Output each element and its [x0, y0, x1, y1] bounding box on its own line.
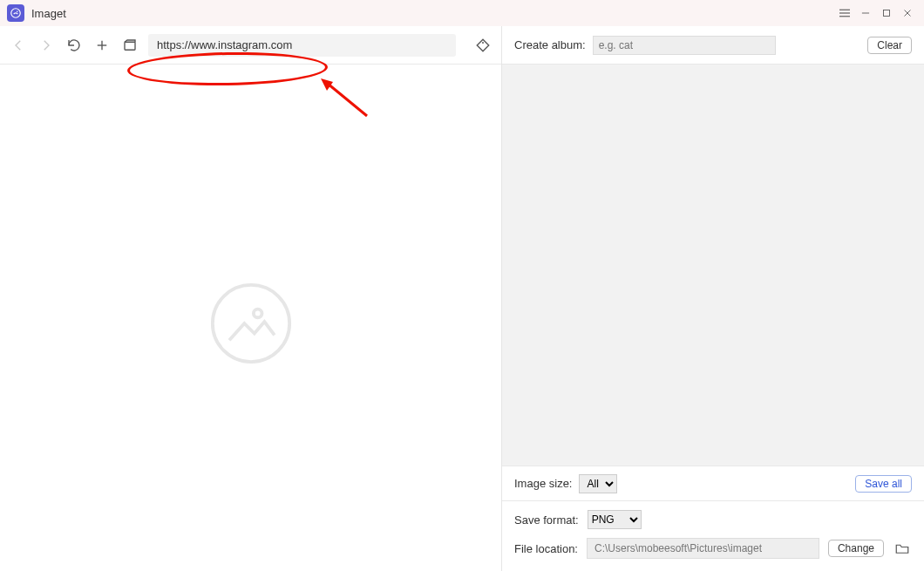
svg-rect-6: [884, 10, 890, 17]
browser-pane: [0, 26, 502, 571]
svg-point-16: [253, 309, 262, 317]
app-title: Imaget: [31, 7, 66, 20]
side-panel: Create album: Clear Image size: All Save…: [502, 26, 924, 571]
clear-button[interactable]: Clear: [867, 37, 912, 54]
address-bar[interactable]: [148, 34, 456, 57]
app-icon: [7, 4, 24, 22]
empty-image-placeholder-icon: [209, 282, 293, 365]
save-format-select[interactable]: PNG: [588, 510, 642, 529]
file-location-label: File location:: [514, 542, 578, 555]
save-all-button[interactable]: Save all: [855, 475, 912, 493]
save-format-label: Save format:: [514, 513, 579, 527]
album-name-input[interactable]: [593, 36, 776, 55]
hamburger-icon[interactable]: [835, 3, 854, 23]
browser-toolbar: [0, 26, 501, 65]
reload-button[interactable]: [65, 36, 84, 55]
back-button[interactable]: [9, 36, 28, 55]
svg-line-13: [328, 84, 367, 116]
create-album-label: Create album:: [514, 38, 586, 51]
close-button[interactable]: [898, 3, 917, 23]
change-location-button[interactable]: Change: [828, 540, 884, 557]
new-tab-button[interactable]: [92, 36, 112, 55]
save-settings: Save format: PNG File location: Change: [502, 500, 924, 571]
image-size-label: Image size:: [514, 477, 572, 490]
svg-marker-14: [321, 78, 333, 91]
address-input[interactable]: [157, 38, 447, 51]
svg-point-15: [212, 284, 289, 361]
svg-point-12: [482, 42, 484, 44]
main-area: Create album: Clear Image size: All Save…: [0, 26, 924, 571]
forward-button[interactable]: [37, 36, 56, 55]
annotation-arrow: [319, 77, 371, 120]
image-size-row: Image size: All Save all: [502, 466, 924, 500]
svg-point-1: [17, 10, 18, 12]
image-size-select[interactable]: All: [579, 474, 617, 493]
file-location-input[interactable]: [587, 538, 819, 559]
thumbnails-area: [502, 65, 924, 466]
album-row: Create album: Clear: [502, 26, 924, 65]
title-bar: Imaget: [0, 0, 924, 26]
open-folder-icon[interactable]: [893, 539, 912, 558]
minimize-button[interactable]: [856, 3, 875, 23]
svg-rect-11: [125, 42, 135, 50]
tag-icon[interactable]: [473, 36, 493, 55]
tabs-icon[interactable]: [120, 36, 139, 55]
maximize-button[interactable]: [877, 3, 896, 23]
